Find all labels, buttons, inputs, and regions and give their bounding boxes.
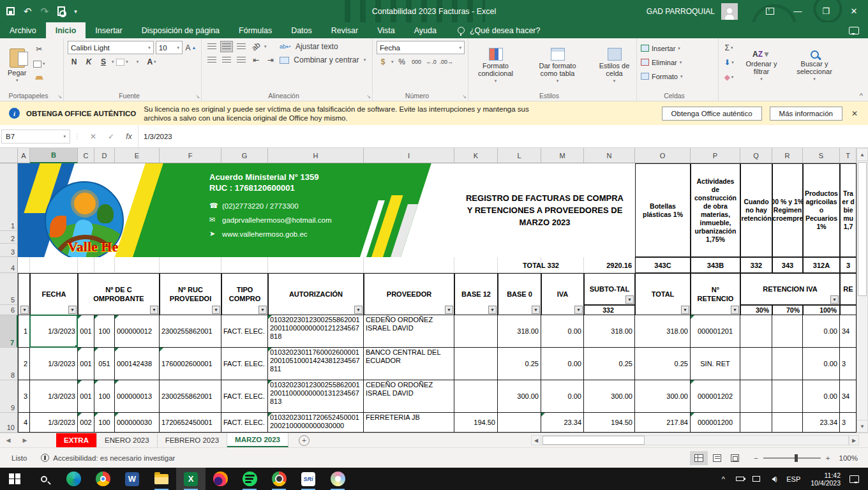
column-header-H[interactable]: H [268,148,364,163]
align-left-icon[interactable] [206,54,218,66]
cell-C10[interactable]: 002 [78,413,94,433]
column-header-L[interactable]: L [498,148,541,163]
align-middle-icon[interactable] [220,41,233,52]
header-a[interactable]: ▼ [18,273,30,315]
cell-D4[interactable] [94,257,115,273]
column-header-Q[interactable]: Q [740,148,772,163]
decrease-indent-icon[interactable]: ⇤ [250,54,262,66]
cell-F4[interactable] [160,257,221,273]
cell-E8[interactable]: 000142438 [115,348,160,380]
vscroll-up-icon[interactable]: ▲ [857,148,868,161]
fill-icon[interactable]: ⬇▾ [722,57,735,68]
cell-N9[interactable]: 300.00 [584,380,635,413]
cell-T8[interactable]: 3 [840,348,857,380]
filter-dropdown-icon[interactable]: ▼ [20,306,29,314]
new-sheet-icon[interactable]: + [299,435,310,446]
sheet-tab-enero-2023[interactable]: ENERO 2023 [97,433,158,447]
header-subto-tal[interactable]: SUBTO-TAL▼ [584,273,635,305]
cell-M10[interactable]: 23.34 [541,413,584,433]
close-banner-icon[interactable]: ✕ [851,109,858,118]
cell-B8[interactable]: 1/3/2023 [30,348,78,380]
word-icon[interactable]: W [117,468,147,490]
zoom-level[interactable]: 100% [839,454,858,462]
format-cells-button[interactable]: Formato▾ [641,70,682,82]
align-right-icon[interactable] [235,54,248,66]
cell-E10[interactable]: 000000030 [115,413,160,433]
customize-qat-icon[interactable]: ▾ [74,8,77,15]
cell-R9[interactable] [772,380,803,413]
row-header-7[interactable]: 7 [0,315,18,348]
font-color-icon[interactable]: A▾ [146,56,158,68]
header-tipo-compro[interactable]: TIPO COMPRO▼ [221,273,268,315]
filter-dropdown-icon[interactable]: ▼ [68,306,77,314]
cell-S10[interactable]: 23.34 [803,413,840,433]
font-name-combo[interactable]: Calibri Light▾ [68,41,154,54]
network-icon[interactable] [748,468,765,490]
clock[interactable]: 11:42 10/4/2023 [805,471,846,487]
borders-icon[interactable]: ▾ [116,56,129,68]
cell-Q7[interactable] [740,315,772,348]
cell-L7[interactable]: 318.00 [498,315,541,348]
cell-C8[interactable]: 001 [78,348,94,380]
zoom-slider[interactable] [763,457,821,459]
tab-ayuda[interactable]: Ayuda [405,22,446,38]
number-format-combo[interactable]: Fecha▾ [377,41,465,54]
cell-P8[interactable]: SIN. RET [691,348,740,380]
cell-P7[interactable]: 000001201 [691,315,740,348]
row-header-10[interactable]: 10 [0,413,18,433]
chrome-profile-icon[interactable] [264,468,294,490]
column-header-I[interactable]: I [364,148,454,163]
cell-Q9[interactable] [740,380,772,413]
cell-C9[interactable]: 001 [78,380,94,413]
cell-T9[interactable]: 34 [840,380,857,413]
cell-E7[interactable]: 000000012 [115,315,160,348]
minimize-icon[interactable]: — [784,0,812,22]
header-iva[interactable]: IVA▼ [541,273,584,315]
paint-icon[interactable] [323,468,352,490]
header-n-ruc-proveedoi[interactable]: Nº RUC PROVEEDOI▼ [160,273,221,315]
column-header-T[interactable]: T [840,148,857,163]
sort-filter-button[interactable]: AZ▼ Ordenar y filtrar▾ [738,41,785,91]
chrome-icon[interactable] [88,468,117,490]
cell-I7[interactable]: CEDEÑO ORDOÑEZ ISRAEL DAVID [364,315,454,348]
restore-icon[interactable]: ❐ [812,0,840,22]
header-n-de-c-omprobante[interactable]: Nº DE C OMPROBANTE▼ [78,273,160,315]
tab-datos[interactable]: Datos [281,22,322,38]
cell-K8[interactable] [454,348,498,380]
cell-A7[interactable]: 1 [18,315,30,348]
column-header-P[interactable]: P [691,148,740,163]
print-preview-icon[interactable] [57,6,65,16]
ribbon-display-options-icon[interactable] [756,0,784,22]
dialog-launcher-icon[interactable]: ↘ [195,94,200,100]
zoom-out-icon[interactable]: − [754,454,758,462]
cell-I10[interactable]: FERRETERIA JB [364,413,454,433]
cell-styles-button[interactable]: Estilos de celda▾ [591,41,638,91]
cell-G7[interactable]: FACT. ELEC. [221,315,268,348]
cell-S8[interactable]: 0.00 [803,348,840,380]
cell-H8[interactable]: 0103202301176000260000120010510001424381… [268,348,364,380]
column-header-M[interactable]: M [541,148,584,163]
header-base-12[interactable]: BASE 12▼ [454,273,498,315]
language-indicator[interactable]: ESP [781,468,805,490]
zoom-in-icon[interactable]: + [826,454,830,462]
column-header-O[interactable]: O [635,148,691,163]
spotify-icon[interactable] [235,468,264,490]
cell-F10[interactable]: 1720652450001 [160,413,221,433]
cell-D7[interactable]: 100 [94,315,115,348]
cell-O9[interactable]: 300.00 [635,380,691,413]
conditional-formatting-button[interactable]: Formato condicional▾ [467,41,525,91]
zoom-slider-thumb[interactable] [795,454,798,462]
header-retencion-iva[interactable]: RETENCION IVA▼ [740,273,840,305]
cell-A10[interactable]: 4 [18,413,30,433]
filter-dropdown-icon[interactable]: ▼ [150,306,158,314]
cell-D9[interactable]: 100 [94,380,115,413]
format-painter-icon[interactable] [33,73,45,84]
vscroll-thumb[interactable] [858,162,867,296]
cell-B10[interactable]: 1/3/2023 [30,413,78,433]
cell-N10[interactable]: 194.50 [584,413,635,433]
filter-dropdown-icon[interactable]: ▼ [574,306,583,314]
tab-disposici-n-de-p-gina[interactable]: Disposición de página [132,22,229,38]
file-explorer-icon[interactable] [147,468,176,490]
row-header-2[interactable]: 2 [0,231,18,244]
row-header-3[interactable]: 3 [0,244,18,257]
